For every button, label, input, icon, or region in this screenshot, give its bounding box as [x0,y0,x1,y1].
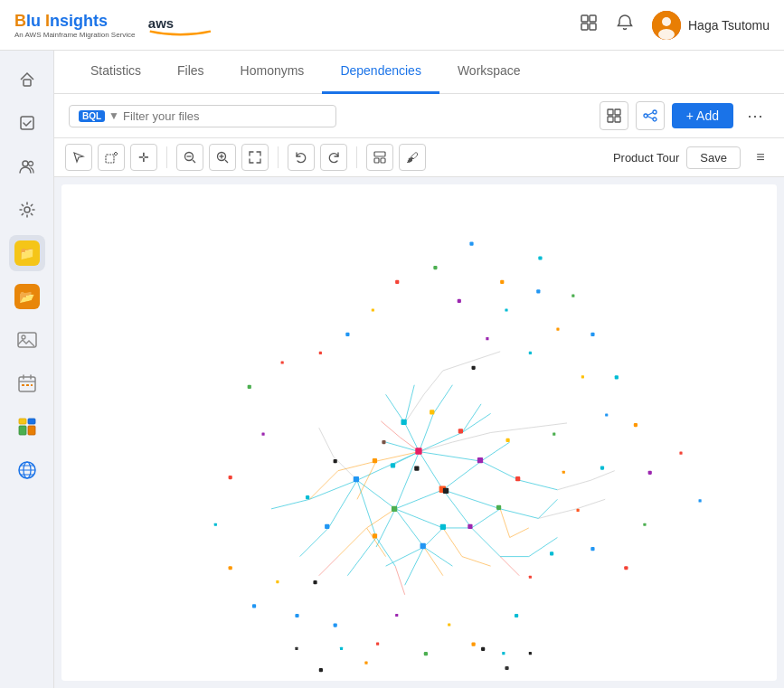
svg-rect-140 [469,242,473,246]
svg-point-29 [644,114,647,118]
svg-rect-171 [214,523,217,526]
svg-rect-22 [28,426,35,435]
svg-rect-178 [295,614,298,617]
tab-homonyms[interactable]: Homonyms [222,51,323,94]
svg-rect-169 [505,666,508,670]
sidebar-item-settings[interactable] [9,192,45,228]
sidebar-item-home[interactable] [9,61,45,98]
bql-badge[interactable]: BQL [79,110,105,122]
svg-rect-21 [19,426,26,435]
svg-rect-190 [679,452,682,455]
svg-point-10 [23,161,28,166]
svg-rect-175 [248,385,251,389]
header: Blu Insights An AWS Mainframe Migration … [0,0,784,51]
svg-line-33 [647,117,653,119]
svg-rect-164 [376,643,379,646]
svg-rect-180 [529,352,532,354]
svg-rect-199 [529,652,532,655]
svg-point-12 [24,207,30,212]
tab-workspace[interactable]: Workspace [439,51,539,94]
svg-rect-2 [590,15,596,22]
svg-rect-147 [372,308,374,311]
svg-rect-156 [581,375,584,378]
sidebar-item-folder-orange[interactable]: 📂 [9,278,45,315]
svg-point-31 [653,118,656,121]
hamburger-menu-button[interactable]: ≡ [748,145,773,170]
sidebar-item-calendar[interactable] [9,365,45,401]
toolbar-separator-1 [166,146,167,168]
svg-rect-161 [515,614,518,617]
svg-rect-141 [538,256,542,259]
more-options-button[interactable]: ⋯ [741,101,770,130]
svg-rect-1 [581,15,588,22]
svg-rect-17 [26,384,29,386]
sidebar-item-globe[interactable] [9,452,45,488]
filter-area: BQL ▼ [69,105,336,127]
svg-rect-188 [553,433,555,436]
avatar [652,11,681,40]
sidebar-item-users[interactable] [9,148,45,184]
sidebar-item-chart[interactable] [9,409,45,445]
svg-rect-197 [313,580,316,584]
svg-rect-189 [699,499,702,502]
svg-rect-20 [28,419,35,424]
undo-button[interactable] [288,144,315,171]
svg-rect-163 [424,652,428,655]
svg-line-32 [647,113,653,116]
svg-rect-130 [382,440,385,444]
sidebar-item-folder-yellow[interactable]: 📁 [9,235,45,271]
tab-dependencies[interactable]: Dependencies [322,51,439,94]
select-tool-button[interactable] [65,144,92,171]
svg-rect-172 [229,566,232,570]
svg-rect-181 [556,327,559,330]
sidebar-item-check[interactable] [9,105,45,141]
filter-input[interactable] [123,109,326,123]
svg-rect-183 [536,289,540,293]
tab-statistics[interactable]: Statistics [72,51,159,94]
svg-rect-138 [325,524,329,529]
svg-rect-134 [468,524,472,529]
svg-rect-133 [420,543,426,549]
svg-rect-120 [415,448,421,454]
svg-rect-128 [401,419,406,425]
logo-area: Blu Insights An AWS Mainframe Migration … [14,12,213,39]
sidebar: 📁 📂 [0,51,54,688]
save-button[interactable]: Save [686,146,741,169]
sidebar-item-image[interactable] [9,322,45,358]
svg-rect-186 [550,551,553,555]
svg-rect-4 [590,24,596,30]
svg-rect-142 [500,280,504,284]
svg-rect-3 [581,24,588,30]
user-area[interactable]: Haga Tsutomu [652,11,770,40]
svg-rect-122 [373,458,377,463]
add-button[interactable]: + Add [672,103,733,128]
svg-rect-157 [605,413,608,416]
svg-rect-195 [472,366,476,370]
logo-blu: Blu Insights An AWS Mainframe Migration … [14,12,136,39]
move-tool-button[interactable]: ✛ [130,144,157,171]
layout-button[interactable] [366,144,393,171]
selection-box-button[interactable] [98,144,125,171]
paint-tool-button[interactable]: 🖌 [399,144,426,171]
notification-bell-button[interactable] [616,14,634,36]
grid-view-button[interactable] [600,101,628,130]
logo-blu-text: Blu Insights [14,12,136,31]
tab-files[interactable]: Files [159,51,222,94]
svg-rect-150 [590,333,594,336]
tab-bar: Statistics Files Homonyms Dependencies W… [54,51,784,94]
svg-rect-167 [448,623,450,626]
svg-rect-42 [374,152,385,156]
zoom-out-button[interactable] [176,144,203,171]
grid-icon-button[interactable] [580,14,598,36]
svg-rect-196 [334,459,337,463]
graph-view-button[interactable] [636,101,665,130]
svg-rect-27 [608,117,613,122]
graph-canvas[interactable] [61,184,777,681]
svg-rect-185 [529,576,532,579]
svg-rect-137 [505,438,509,442]
svg-rect-191 [340,647,343,650]
redo-button[interactable] [320,144,347,171]
svg-rect-174 [261,433,264,436]
fit-view-button[interactable] [241,144,269,171]
zoom-in-button[interactable] [209,144,236,171]
